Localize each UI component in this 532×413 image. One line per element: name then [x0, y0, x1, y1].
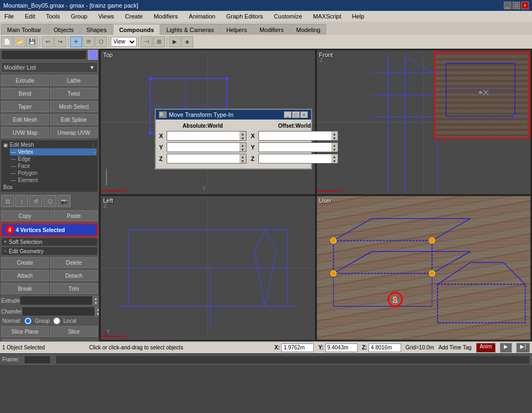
tb-render[interactable]: ▶	[169, 36, 181, 47]
menu-modifiers[interactable]: Modifiers	[151, 13, 180, 20]
tb-open[interactable]: 📂	[14, 36, 26, 47]
timeline-bar[interactable]	[55, 355, 530, 364]
copy-btn[interactable]: Copy	[1, 210, 49, 221]
close-button[interactable]: ×	[521, 2, 529, 9]
menu-maxscript[interactable]: MAXScript	[311, 13, 344, 20]
uvw-map-mod-btn[interactable]: UVW Map	[1, 127, 49, 138]
extrude-spin-up[interactable]: ▲	[92, 296, 99, 301]
vertices-selected-bar[interactable]: 4 4 Vertices Selected	[1, 223, 98, 236]
bend-mod-btn[interactable]: Bend	[1, 88, 49, 99]
title-bar-controls[interactable]: _ □ ×	[504, 2, 529, 9]
tb-save[interactable]: 💾	[26, 36, 38, 47]
create-btn[interactable]: Create	[1, 257, 49, 268]
dialog-y-abs-up[interactable]: ▲	[239, 143, 246, 147]
menu-views[interactable]: Views	[96, 13, 116, 20]
front-viewport[interactable]: Front Z X X	[316, 50, 531, 195]
slice-plane-btn[interactable]: Slice Plane	[1, 326, 49, 337]
split-checkbox[interactable]	[43, 341, 50, 342]
dialog-x-off-up[interactable]: ▲	[331, 132, 338, 136]
left-panel-scroll[interactable]: ⊡ ↕ ↺ ⬡ 📷 Copy Paste 4 4 Vertices Select…	[0, 193, 99, 341]
tb-rotate[interactable]: ⟳	[83, 36, 94, 47]
dialog-title-bar[interactable]: ⊞ Move Transform Type-In _ □ ×	[156, 110, 311, 120]
tab-modeling[interactable]: Modeling	[290, 24, 327, 35]
tree-edit-mesh[interactable]: ▣ Edit Mesh ⋮	[2, 141, 97, 148]
tree-edge[interactable]: — Edge	[10, 155, 97, 162]
dialog-y-off-input[interactable]: 0.0m	[259, 143, 331, 152]
dialog-x-abs-dn[interactable]: ▼	[239, 136, 246, 140]
dialog-z-off-input[interactable]: 0.0m	[259, 154, 331, 163]
menu-edit[interactable]: Edit	[23, 13, 37, 20]
chamfer-spin-up[interactable]: ▲	[94, 307, 99, 311]
edit-mesh-mod-btn[interactable]: Edit Mesh	[1, 114, 49, 125]
object-color-swatch[interactable]	[88, 50, 98, 60]
menu-graph-editors[interactable]: Graph Editors	[224, 13, 265, 20]
normal-local-radio[interactable]	[53, 317, 60, 324]
soft-selection-header[interactable]: + Soft Selection	[1, 237, 98, 246]
extrude-spin-dn[interactable]: ▼	[92, 301, 99, 305]
tb-redo[interactable]: ↪	[54, 36, 66, 47]
reference-coord-select[interactable]: ViewWorldLocal	[111, 37, 137, 47]
menu-tools[interactable]: Tools	[44, 13, 62, 20]
normal-group-radio[interactable]	[24, 317, 31, 324]
tab-objects[interactable]: Objects	[48, 24, 80, 35]
vtb-select[interactable]: ⊡	[1, 195, 14, 207]
menu-create[interactable]: Create	[123, 13, 145, 20]
tab-shapes[interactable]: Shapes	[80, 24, 112, 35]
dialog-minimize-btn[interactable]: _	[284, 111, 292, 118]
slice-btn[interactable]: Slice	[50, 326, 98, 337]
menu-group[interactable]: Group	[68, 13, 90, 20]
play-button[interactable]: ▶	[500, 343, 512, 353]
vtb-snap[interactable]: 📷	[58, 195, 71, 207]
break-btn[interactable]: Break	[1, 283, 49, 294]
extrude-mod-btn[interactable]: Extrude	[1, 75, 49, 86]
vtb-rotate[interactable]: ↺	[29, 195, 42, 207]
dialog-x-abs-input[interactable]: 1.9762m	[167, 132, 239, 140]
tree-face[interactable]: — Face	[10, 162, 97, 170]
frame-input[interactable]	[24, 355, 51, 364]
detach-btn[interactable]: Detach	[50, 270, 98, 281]
dialog-maximize-btn[interactable]: □	[292, 111, 300, 118]
tab-helpers[interactable]: Helpers	[220, 24, 253, 35]
tb-material[interactable]: ◈	[181, 36, 193, 47]
chamfer-spin-dn[interactable]: ▼	[94, 311, 99, 316]
edit-spline-mod-btn[interactable]: Edit Spline	[50, 114, 98, 125]
dialog-x-off-dn[interactable]: ▼	[331, 136, 338, 140]
dialog-x-off-input[interactable]: 0.0m	[259, 132, 331, 140]
trim-btn[interactable]: Trim	[50, 283, 98, 294]
modifier-list-dropdown-icon[interactable]: ▼	[89, 64, 95, 71]
minimize-button[interactable]: _	[504, 2, 511, 9]
dialog-z-off-up[interactable]: ▲	[331, 154, 338, 159]
maximize-button[interactable]: □	[512, 2, 520, 9]
menu-help[interactable]: Help	[350, 13, 367, 20]
dialog-z-abs-dn[interactable]: ▼	[239, 159, 246, 163]
user-viewport[interactable]: User	[316, 196, 531, 340]
paste-btn[interactable]: Paste	[50, 210, 98, 221]
tree-vertex[interactable]: — Vertex ·	[10, 148, 97, 155]
menu-customize[interactable]: Customize	[272, 13, 305, 20]
dialog-y-off-dn[interactable]: ▼	[331, 147, 338, 152]
tab-lights-cameras[interactable]: Lights & Cameras	[161, 24, 220, 35]
status-add-time-tag[interactable]: Add Time Tag	[439, 345, 472, 351]
twist-mod-btn[interactable]: Twist	[50, 88, 98, 99]
dialog-z-abs-up[interactable]: ▲	[239, 154, 246, 159]
tree-element[interactable]: — Element	[10, 177, 97, 184]
tab-modifiers[interactable]: Modifiers	[254, 24, 290, 35]
menu-animation[interactable]: Animation	[187, 13, 218, 20]
dialog-y-abs-dn[interactable]: ▼	[239, 147, 246, 152]
tb-scale[interactable]: ⬡	[95, 36, 107, 47]
object-name-input[interactable]: shadow roof	[1, 50, 87, 60]
taper-mod-btn[interactable]: Taper	[1, 101, 49, 112]
tb-select-move[interactable]: ✛	[70, 36, 82, 47]
tree-box[interactable]: Box	[2, 184, 97, 191]
extrude-spin-input[interactable]: 0.0m	[20, 296, 92, 305]
left-viewport[interactable]: Left Z X X	[100, 196, 315, 340]
menu-file[interactable]: File	[2, 13, 16, 20]
dialog-y-abs-input[interactable]: 9.4048m	[167, 143, 239, 152]
dialog-y-off-up[interactable]: ▲	[331, 143, 338, 147]
tb-new[interactable]: 📄	[1, 36, 13, 47]
attach-btn[interactable]: Attach	[1, 270, 49, 281]
tab-compounds[interactable]: Compounds	[113, 24, 160, 35]
edit-geometry-header[interactable]: − Edit Geometry	[1, 247, 98, 255]
chamfer-spin-input[interactable]: 0.0m	[22, 307, 94, 316]
vtb-move[interactable]: ↕	[15, 195, 28, 207]
